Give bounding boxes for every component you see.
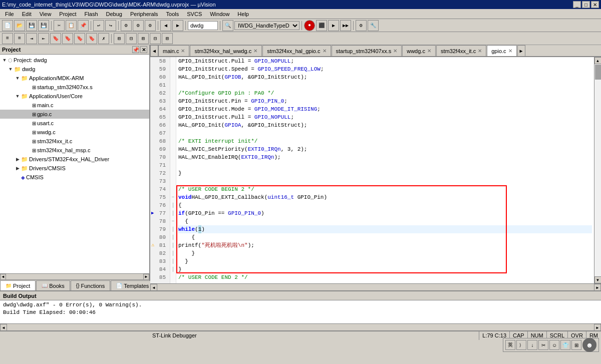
tab-gpio-hal[interactable]: stm32f4xx_hal_gpio.c ✕ bbox=[262, 45, 331, 56]
tree-item-msp[interactable]: ▶ ⊞ stm32f4xx_hal_msp.c bbox=[0, 146, 149, 155]
tab-project[interactable]: 📁 Project bbox=[0, 280, 36, 290]
dbg-btn2[interactable]: 🔧 bbox=[368, 20, 379, 31]
code-line-64[interactable]: GPIO_InitStruct.Mode = GPIO_MODE_IT_RISI… bbox=[178, 105, 592, 113]
code-line-76[interactable]: { bbox=[178, 201, 592, 209]
t2-btn8[interactable]: 🔖 bbox=[86, 33, 97, 44]
t2-btn3[interactable]: ⇥ bbox=[26, 33, 37, 44]
search-button[interactable]: 🔍 bbox=[222, 20, 233, 31]
tree-item-startup[interactable]: ▶ ⊞ startup_stm32f407xx.s bbox=[0, 83, 149, 92]
tab-gpio-hal-close[interactable]: ✕ bbox=[323, 48, 327, 54]
code-line-83[interactable]: } bbox=[178, 257, 592, 265]
tree-item-usart[interactable]: ▶ ⊞ usart.c bbox=[0, 119, 149, 128]
expand-cmsis-folder[interactable]: ▶ bbox=[14, 166, 21, 171]
ime-btn-shirt[interactable]: 👕 bbox=[560, 340, 570, 350]
code-line-78[interactable]: { bbox=[178, 217, 592, 225]
vscroll-thumb[interactable] bbox=[595, 65, 601, 80]
code-line-70[interactable]: HAL_NVIC_EnableIRQ(EXTI0_IRQn); bbox=[178, 153, 592, 161]
tree-item-dwdg[interactable]: ▼ 📁 dwdg bbox=[0, 65, 149, 74]
code-content[interactable]: GPIO_InitStruct.Pull = GPIO_NOPULL; GPIO… bbox=[176, 57, 594, 283]
tab-templates[interactable]: 📄 Templates bbox=[111, 280, 154, 290]
title-bar-controls[interactable]: _ □ ✕ bbox=[573, 1, 599, 8]
menu-view[interactable]: View bbox=[36, 10, 56, 18]
expand-hal-driver[interactable]: ▶ bbox=[14, 157, 21, 162]
code-line-81[interactable]: printf("死机啦死机啦\n"); bbox=[178, 241, 592, 249]
menu-window[interactable]: Window bbox=[206, 10, 233, 18]
tab-wwdg-close[interactable]: ✕ bbox=[427, 48, 431, 54]
code-area[interactable]: 58 59 60 61 62 63 64 65 66 67 68 69 70 7… bbox=[150, 57, 601, 283]
t2-btn10[interactable]: ⊞ bbox=[114, 33, 125, 44]
menu-project[interactable]: Project bbox=[55, 10, 80, 18]
t2-btn4[interactable]: ⇤ bbox=[38, 33, 49, 44]
ime-btn-grid[interactable]: ⊞ bbox=[571, 340, 581, 350]
t2-btn12[interactable]: ⊞ bbox=[138, 33, 149, 44]
code-line-68[interactable]: /* EXTI interrupt init*/ bbox=[178, 137, 592, 145]
menu-debug[interactable]: Debug bbox=[102, 10, 126, 18]
code-line-75[interactable]: void HAL_GPIO_EXTI_Callback(uint16_t GPI… bbox=[178, 193, 592, 201]
left-hscroll-track[interactable] bbox=[6, 274, 143, 279]
tab-gpio-c[interactable]: gpio.c ✕ bbox=[487, 45, 516, 56]
build-hscroll[interactable]: ◀ ▶ bbox=[0, 323, 601, 330]
t2-btn7[interactable]: 🔖 bbox=[74, 33, 85, 44]
build-btn[interactable]: ● bbox=[304, 20, 315, 31]
tree-item-wwdg[interactable]: ▶ ⊞ wwdg.c bbox=[0, 128, 149, 137]
tree-item-gpio[interactable]: ▶ ⊞ gpio.c bbox=[0, 110, 149, 119]
t2-btn14[interactable]: ⊞ bbox=[162, 33, 173, 44]
ime-circle-button[interactable]: ☻ bbox=[582, 338, 596, 352]
menu-tools[interactable]: Tools bbox=[162, 10, 183, 18]
tab-wwdg[interactable]: wwdg.c ✕ bbox=[402, 45, 436, 56]
t2-btn13[interactable]: ⊟ bbox=[150, 33, 161, 44]
function-dropdown[interactable]: IWDG_HandleTypeD bbox=[234, 21, 299, 30]
menu-peripherals[interactable]: Peripherals bbox=[126, 10, 162, 18]
btn6[interactable]: ⚙ bbox=[133, 20, 144, 31]
expand-dwdg[interactable]: ▼ bbox=[7, 67, 14, 72]
tree-item-cmsis-folder[interactable]: ▶ 📁 Drivers/CMSIS bbox=[0, 164, 149, 173]
menu-file[interactable]: File bbox=[1, 10, 18, 18]
tree-item-root[interactable]: ▼ ⬡ Project: dwdg bbox=[0, 56, 149, 65]
tab-it-close[interactable]: ✕ bbox=[478, 48, 482, 54]
code-line-65[interactable]: GPIO_InitStruct.Pull = GPIO_NOPULL; bbox=[178, 113, 592, 121]
code-line-86[interactable] bbox=[178, 281, 592, 283]
code-line-79[interactable]: while(1) bbox=[178, 225, 592, 233]
hscroll-track[interactable] bbox=[157, 284, 594, 290]
code-line-61[interactable] bbox=[178, 81, 592, 89]
tree-item-hal-driver[interactable]: ▶ 📁 Drivers/STM32F4xx_HAL_Driver bbox=[0, 155, 149, 164]
code-line-73[interactable] bbox=[178, 177, 592, 185]
ime-btn-en[interactable]: 英 bbox=[505, 340, 515, 350]
tree-item-user-core[interactable]: ▼ 📁 Application/User/Core bbox=[0, 92, 149, 101]
tree-item-mdk-arm[interactable]: ▼ 📁 Application/MDK-ARM bbox=[0, 74, 149, 83]
code-line-77[interactable]: if(GPIO_Pin == GPIO_PIN_0) bbox=[178, 209, 592, 217]
code-line-60[interactable]: HAL_GPIO_Init(GPIOB, &GPIO_InitStruct); bbox=[178, 73, 592, 81]
stop-btn[interactable]: ⬛ bbox=[316, 20, 327, 31]
vscroll-down[interactable]: ▼ bbox=[594, 276, 602, 283]
forward-button[interactable]: ▶ bbox=[172, 20, 183, 31]
code-line-63[interactable]: GPIO_InitStruct.Pin = GPIO_PIN_0; bbox=[178, 97, 592, 105]
code-line-69[interactable]: HAL_NVIC_SetPriority(EXTI0_IRQn, 3, 2); bbox=[178, 145, 592, 153]
save-all-button[interactable]: 💾 bbox=[38, 20, 49, 31]
t2-btn1[interactable]: ≡ bbox=[2, 33, 13, 44]
tab-startup-close[interactable]: ✕ bbox=[393, 48, 397, 54]
vscroll-up[interactable]: ▲ bbox=[594, 57, 602, 64]
code-line-82[interactable]: } bbox=[178, 249, 592, 257]
expand-root[interactable]: ▼ bbox=[1, 58, 8, 63]
expand-mdk-arm[interactable]: ▼ bbox=[14, 76, 21, 81]
code-line-74[interactable]: /* USER CODE BEGIN 2 */ bbox=[178, 185, 592, 193]
hscroll-right[interactable]: ▶ bbox=[594, 284, 601, 290]
ime-btn-paren[interactable]: ） bbox=[516, 340, 526, 350]
back-button[interactable]: ◀ bbox=[160, 20, 171, 31]
code-line-71[interactable] bbox=[178, 161, 592, 169]
menu-flash[interactable]: Flash bbox=[81, 10, 102, 18]
t2-btn11[interactable]: ⊟ bbox=[126, 33, 137, 44]
hscroll-left[interactable]: ◀ bbox=[150, 284, 157, 290]
project-tree[interactable]: ▼ ⬡ Project: dwdg ▼ 📁 dwdg ▼ 📁 Applicati… bbox=[0, 55, 149, 273]
tab-functions[interactable]: {} Functions bbox=[71, 280, 110, 290]
t2-btn6[interactable]: 🔖 bbox=[62, 33, 73, 44]
maximize-button[interactable]: □ bbox=[582, 1, 590, 8]
menu-help[interactable]: Help bbox=[233, 10, 253, 18]
left-hscroll-right[interactable]: ▶ bbox=[143, 274, 149, 280]
tree-item-it[interactable]: ▶ ⊞ stm32f4xx_it.c bbox=[0, 137, 149, 146]
project-header-controls[interactable]: 📌 ✕ bbox=[132, 46, 147, 53]
ime-btn-smile[interactable]: ☺ bbox=[549, 340, 559, 350]
vscroll[interactable]: ▲ ▼ bbox=[594, 57, 601, 283]
left-hscroll[interactable]: ◀ ▶ bbox=[0, 273, 149, 279]
menu-edit[interactable]: Edit bbox=[18, 10, 36, 18]
